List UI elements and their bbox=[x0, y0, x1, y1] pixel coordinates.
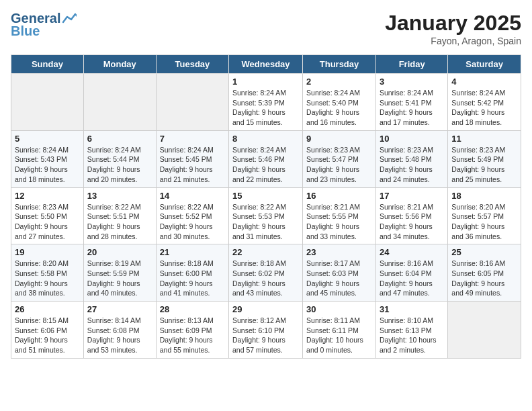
day-number: 6 bbox=[87, 134, 152, 144]
day-number: 1 bbox=[232, 77, 299, 87]
day-info: Sunrise: 8:13 AM Sunset: 6:09 PM Dayligh… bbox=[160, 316, 225, 355]
day-number: 10 bbox=[380, 134, 444, 144]
day-info: Sunrise: 8:22 AM Sunset: 5:51 PM Dayligh… bbox=[87, 202, 152, 242]
day-info: Sunrise: 8:18 AM Sunset: 6:00 PM Dayligh… bbox=[160, 259, 225, 298]
title-block: January 2025 Fayon, Aragon, Spain bbox=[385, 11, 521, 46]
calendar-cell: 21Sunrise: 8:18 AM Sunset: 6:00 PM Dayli… bbox=[156, 244, 228, 302]
day-number: 11 bbox=[451, 134, 517, 144]
calendar-cell: 4Sunrise: 8:24 AM Sunset: 5:42 PM Daylig… bbox=[448, 74, 521, 131]
day-number: 12 bbox=[15, 191, 80, 201]
day-info: Sunrise: 8:12 AM Sunset: 6:10 PM Dayligh… bbox=[232, 316, 299, 355]
calendar-cell: 29Sunrise: 8:12 AM Sunset: 6:10 PM Dayli… bbox=[229, 302, 303, 359]
calendar-cell: 11Sunrise: 8:23 AM Sunset: 5:49 PM Dayli… bbox=[448, 130, 521, 187]
day-info: Sunrise: 8:20 AM Sunset: 5:57 PM Dayligh… bbox=[451, 202, 517, 242]
day-number: 25 bbox=[451, 247, 517, 257]
calendar-cell bbox=[11, 74, 84, 131]
calendar-header-row: SundayMondayTuesdayWednesdayThursdayFrid… bbox=[11, 55, 521, 74]
calendar-header-sunday: Sunday bbox=[11, 55, 84, 74]
day-info: Sunrise: 8:24 AM Sunset: 5:44 PM Dayligh… bbox=[87, 145, 152, 185]
calendar-cell: 17Sunrise: 8:21 AM Sunset: 5:56 PM Dayli… bbox=[375, 187, 447, 244]
calendar-subtitle: Fayon, Aragon, Spain bbox=[385, 36, 521, 46]
day-number: 21 bbox=[160, 247, 225, 257]
day-info: Sunrise: 8:11 AM Sunset: 6:11 PM Dayligh… bbox=[306, 316, 372, 355]
day-number: 15 bbox=[232, 191, 299, 201]
day-info: Sunrise: 8:19 AM Sunset: 5:59 PM Dayligh… bbox=[87, 259, 152, 298]
day-number: 28 bbox=[160, 304, 225, 314]
day-number: 19 bbox=[15, 247, 80, 257]
calendar-cell: 22Sunrise: 8:18 AM Sunset: 6:02 PM Dayli… bbox=[229, 244, 303, 302]
calendar-week-row: 5Sunrise: 8:24 AM Sunset: 5:43 PM Daylig… bbox=[11, 130, 521, 187]
day-number: 3 bbox=[380, 77, 444, 87]
calendar-cell: 10Sunrise: 8:23 AM Sunset: 5:48 PM Dayli… bbox=[375, 130, 447, 187]
calendar-cell: 3Sunrise: 8:24 AM Sunset: 5:41 PM Daylig… bbox=[375, 74, 447, 131]
calendar-week-row: 26Sunrise: 8:15 AM Sunset: 6:06 PM Dayli… bbox=[11, 302, 521, 359]
day-info: Sunrise: 8:22 AM Sunset: 5:53 PM Dayligh… bbox=[232, 202, 299, 242]
day-number: 27 bbox=[87, 304, 152, 314]
calendar-cell: 25Sunrise: 8:16 AM Sunset: 6:05 PM Dayli… bbox=[448, 244, 521, 302]
day-info: Sunrise: 8:18 AM Sunset: 6:02 PM Dayligh… bbox=[232, 259, 299, 298]
calendar-cell bbox=[448, 302, 521, 359]
calendar-week-row: 19Sunrise: 8:20 AM Sunset: 5:58 PM Dayli… bbox=[11, 244, 521, 302]
calendar-cell: 6Sunrise: 8:24 AM Sunset: 5:44 PM Daylig… bbox=[83, 130, 156, 187]
day-number: 14 bbox=[160, 191, 225, 201]
day-info: Sunrise: 8:21 AM Sunset: 5:55 PM Dayligh… bbox=[306, 202, 372, 242]
day-info: Sunrise: 8:23 AM Sunset: 5:49 PM Dayligh… bbox=[451, 145, 517, 185]
day-info: Sunrise: 8:16 AM Sunset: 6:05 PM Dayligh… bbox=[451, 259, 517, 298]
calendar-header-wednesday: Wednesday bbox=[229, 55, 303, 74]
calendar-cell: 8Sunrise: 8:24 AM Sunset: 5:46 PM Daylig… bbox=[229, 130, 303, 187]
day-info: Sunrise: 8:14 AM Sunset: 6:08 PM Dayligh… bbox=[87, 316, 152, 355]
day-info: Sunrise: 8:20 AM Sunset: 5:58 PM Dayligh… bbox=[15, 259, 80, 298]
calendar-cell: 15Sunrise: 8:22 AM Sunset: 5:53 PM Dayli… bbox=[229, 187, 303, 244]
calendar-cell: 27Sunrise: 8:14 AM Sunset: 6:08 PM Dayli… bbox=[83, 302, 156, 359]
calendar-header-thursday: Thursday bbox=[303, 55, 376, 74]
page-header: General Blue January 2025 Fayon, Aragon,… bbox=[11, 11, 521, 46]
day-info: Sunrise: 8:16 AM Sunset: 6:04 PM Dayligh… bbox=[380, 259, 444, 298]
day-number: 16 bbox=[306, 191, 372, 201]
day-info: Sunrise: 8:24 AM Sunset: 5:41 PM Dayligh… bbox=[380, 88, 444, 128]
calendar-cell: 2Sunrise: 8:24 AM Sunset: 5:40 PM Daylig… bbox=[303, 74, 376, 131]
calendar-cell: 28Sunrise: 8:13 AM Sunset: 6:09 PM Dayli… bbox=[156, 302, 228, 359]
day-number: 31 bbox=[380, 304, 444, 314]
day-info: Sunrise: 8:23 AM Sunset: 5:50 PM Dayligh… bbox=[15, 202, 80, 242]
day-number: 20 bbox=[87, 247, 152, 257]
day-info: Sunrise: 8:15 AM Sunset: 6:06 PM Dayligh… bbox=[15, 316, 80, 355]
day-info: Sunrise: 8:24 AM Sunset: 5:42 PM Dayligh… bbox=[451, 88, 517, 128]
day-info: Sunrise: 8:23 AM Sunset: 5:48 PM Dayligh… bbox=[380, 145, 444, 185]
calendar-table: SundayMondayTuesdayWednesdayThursdayFrid… bbox=[11, 54, 521, 359]
calendar-cell: 7Sunrise: 8:24 AM Sunset: 5:45 PM Daylig… bbox=[156, 130, 228, 187]
calendar-cell: 5Sunrise: 8:24 AM Sunset: 5:43 PM Daylig… bbox=[11, 130, 84, 187]
calendar-cell: 30Sunrise: 8:11 AM Sunset: 6:11 PM Dayli… bbox=[303, 302, 376, 359]
calendar-title: January 2025 bbox=[385, 11, 521, 36]
calendar-cell: 12Sunrise: 8:23 AM Sunset: 5:50 PM Dayli… bbox=[11, 187, 84, 244]
day-number: 8 bbox=[232, 134, 299, 144]
calendar-cell: 18Sunrise: 8:20 AM Sunset: 5:57 PM Dayli… bbox=[448, 187, 521, 244]
calendar-cell: 31Sunrise: 8:10 AM Sunset: 6:13 PM Dayli… bbox=[375, 302, 447, 359]
calendar-cell bbox=[83, 74, 156, 131]
logo: General Blue bbox=[11, 11, 78, 39]
day-number: 23 bbox=[306, 247, 372, 257]
day-info: Sunrise: 8:10 AM Sunset: 6:13 PM Dayligh… bbox=[380, 316, 444, 355]
day-number: 13 bbox=[87, 191, 152, 201]
day-info: Sunrise: 8:17 AM Sunset: 6:03 PM Dayligh… bbox=[306, 259, 372, 298]
calendar-week-row: 12Sunrise: 8:23 AM Sunset: 5:50 PM Dayli… bbox=[11, 187, 521, 244]
day-number: 29 bbox=[232, 304, 299, 314]
calendar-cell: 1Sunrise: 8:24 AM Sunset: 5:39 PM Daylig… bbox=[229, 74, 303, 131]
day-info: Sunrise: 8:24 AM Sunset: 5:40 PM Dayligh… bbox=[306, 88, 372, 128]
calendar-cell: 26Sunrise: 8:15 AM Sunset: 6:06 PM Dayli… bbox=[11, 302, 84, 359]
day-number: 24 bbox=[380, 247, 444, 257]
day-info: Sunrise: 8:24 AM Sunset: 5:46 PM Dayligh… bbox=[232, 145, 299, 185]
calendar-cell: 19Sunrise: 8:20 AM Sunset: 5:58 PM Dayli… bbox=[11, 244, 84, 302]
calendar-cell: 23Sunrise: 8:17 AM Sunset: 6:03 PM Dayli… bbox=[303, 244, 376, 302]
day-number: 4 bbox=[451, 77, 517, 87]
calendar-header-saturday: Saturday bbox=[448, 55, 521, 74]
calendar-cell: 16Sunrise: 8:21 AM Sunset: 5:55 PM Dayli… bbox=[303, 187, 376, 244]
day-info: Sunrise: 8:24 AM Sunset: 5:39 PM Dayligh… bbox=[232, 88, 299, 128]
calendar-cell: 9Sunrise: 8:23 AM Sunset: 5:47 PM Daylig… bbox=[303, 130, 376, 187]
calendar-cell: 24Sunrise: 8:16 AM Sunset: 6:04 PM Dayli… bbox=[375, 244, 447, 302]
day-number: 9 bbox=[306, 134, 372, 144]
day-number: 5 bbox=[15, 134, 80, 144]
day-info: Sunrise: 8:24 AM Sunset: 5:43 PM Dayligh… bbox=[15, 145, 80, 185]
calendar-cell: 20Sunrise: 8:19 AM Sunset: 5:59 PM Dayli… bbox=[83, 244, 156, 302]
day-number: 30 bbox=[306, 304, 372, 314]
day-info: Sunrise: 8:22 AM Sunset: 5:52 PM Dayligh… bbox=[160, 202, 225, 242]
